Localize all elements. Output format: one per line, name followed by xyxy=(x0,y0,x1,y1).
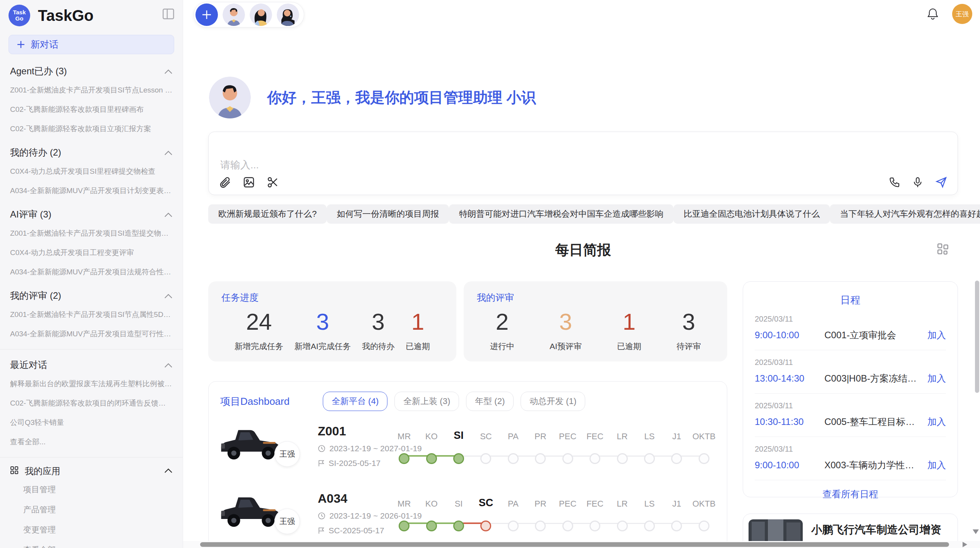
dashboard-title: 项目Dashboard xyxy=(220,395,290,408)
milestone-node[interactable] xyxy=(617,521,628,531)
list-item[interactable]: C02-飞腾新能源轻客改款项目里程碑画布 xyxy=(0,100,183,119)
section-agent-done[interactable]: Agent已办 (3) xyxy=(0,57,183,80)
chevron-up-icon[interactable] xyxy=(164,147,173,158)
suggestion-chip[interactable]: 特朗普可能对进口汽车增税会对中国车企造成哪些影响 xyxy=(449,204,673,224)
filter-tab[interactable]: 全新上装 (3) xyxy=(394,392,459,411)
avatar[interactable] xyxy=(250,3,272,26)
schedule-date: 2025/03/11 xyxy=(755,401,946,410)
attachment-icon[interactable] xyxy=(219,176,231,188)
milestone-node[interactable] xyxy=(589,453,600,464)
milestone-node[interactable] xyxy=(508,453,519,464)
chevron-up-icon[interactable] xyxy=(164,468,173,475)
milestone-node[interactable] xyxy=(699,453,709,464)
join-link[interactable]: 加入 xyxy=(927,329,946,341)
section-my-todo[interactable]: 我的待办 (2) xyxy=(0,139,183,162)
suggestion-chip[interactable]: 欧洲新规最近颁布了什么? xyxy=(208,204,327,224)
milestone-node-done[interactable] xyxy=(426,453,437,464)
milestone-node-done[interactable] xyxy=(453,453,464,464)
list-item[interactable]: C0X4-动力总成开发项目SI里程碑提交物检查 xyxy=(0,162,183,181)
chevron-up-icon[interactable] xyxy=(164,66,173,77)
milestone-node[interactable] xyxy=(699,521,709,531)
sidebar-collapse-icon[interactable] xyxy=(163,9,174,21)
scissors-icon[interactable] xyxy=(267,176,279,188)
image-icon[interactable] xyxy=(243,176,255,188)
milestone-node[interactable] xyxy=(562,453,573,464)
scroll-down-arrow[interactable] xyxy=(973,529,979,534)
list-item[interactable]: A034-全新新能源MUV产品开发项目计划变更表编写 xyxy=(0,181,183,200)
chevron-up-icon[interactable] xyxy=(164,209,173,220)
new-chat-button[interactable]: 新对话 xyxy=(9,35,174,54)
list-item[interactable]: 公司Q3轻卡销量 xyxy=(0,413,183,432)
project-row[interactable]: 王强 A034 2023-12-19 ~ 2026-01-19 SC-2025-… xyxy=(209,488,727,548)
task-progress-card: 任务进度 24 新增完成任务 3 新增AI完成任务 3 我的待办 1 已逾期 xyxy=(208,281,456,361)
list-item[interactable]: C02-飞腾新能源轻客改款项目立项汇报方案 xyxy=(0,119,183,139)
filter-tab[interactable]: 动总开发 (1) xyxy=(521,392,585,411)
milestone-node-risk[interactable] xyxy=(480,521,491,531)
milestone-node[interactable] xyxy=(617,453,628,464)
filter-tab[interactable]: 全新平台 (4) xyxy=(323,392,387,411)
suggestion-chip[interactable]: 比亚迪全固态电池计划具体说了什么 xyxy=(673,204,830,224)
milestone-node-done[interactable] xyxy=(426,521,437,531)
section-my-review[interactable]: 我的评审 (2) xyxy=(0,282,183,305)
milestone-node-done[interactable] xyxy=(399,521,409,531)
project-row[interactable]: 王强 Z001 2023-12-19 ~ 2027-01-19 SI-2025-… xyxy=(209,421,727,482)
milestone-node[interactable] xyxy=(644,521,655,531)
chat-composer[interactable]: 请输入... xyxy=(208,132,958,195)
section-title: 我的待办 (2) xyxy=(10,146,61,159)
chevron-up-icon[interactable] xyxy=(164,290,173,301)
app-item-change-mgmt[interactable]: 变更管理 xyxy=(0,520,183,540)
user-avatar[interactable]: 王强 xyxy=(952,4,972,24)
avatar[interactable] xyxy=(223,3,245,26)
milestone-node[interactable] xyxy=(644,453,655,464)
phone-call-icon[interactable] xyxy=(889,176,900,188)
avatar[interactable] xyxy=(277,3,299,26)
logo-text-bottom: Go xyxy=(15,15,24,22)
list-item[interactable]: A034-全新新能源MUV产品开发项目造型可行性评审 xyxy=(0,324,183,344)
list-item[interactable]: Z001-全新燃油轻卡产品开发项目SI造型提交物评审 xyxy=(0,224,183,243)
milestone-node-done[interactable] xyxy=(453,521,464,531)
vertical-scrollbar-thumb[interactable] xyxy=(975,281,979,393)
view-all-schedule-link[interactable]: 查看所有日程 xyxy=(755,488,946,500)
news-title[interactable]: 小鹏飞行汽车制造公司增资 xyxy=(811,522,952,537)
list-item[interactable]: C02-飞腾新能源轻客改款项目的闭环通告反馈情况 xyxy=(0,394,183,413)
list-item[interactable]: 解释最新出台的欧盟报废车法规再生塑料比例被调至15%... xyxy=(0,374,183,394)
milestone-node[interactable] xyxy=(535,453,546,464)
layout-grid-icon[interactable] xyxy=(936,242,949,257)
section-ai-review[interactable]: AI评审 (3) xyxy=(0,200,183,224)
milestone-node[interactable] xyxy=(508,521,519,531)
milestone-node[interactable] xyxy=(480,453,491,464)
horizontal-scrollbar-thumb[interactable] xyxy=(200,542,949,547)
chevron-up-icon[interactable] xyxy=(164,360,173,370)
milestone-node[interactable] xyxy=(535,521,546,531)
list-item[interactable]: A034-全新新能源MUV产品开发项目法规符合性评审 xyxy=(0,262,183,282)
milestone-label: SI xyxy=(455,499,463,509)
milestone-node[interactable] xyxy=(671,521,682,531)
join-link[interactable]: 加入 xyxy=(927,416,946,428)
send-icon[interactable] xyxy=(935,176,947,188)
divider xyxy=(0,457,183,457)
add-assistant-button[interactable] xyxy=(195,3,218,26)
view-all-recent[interactable]: 查看全部... xyxy=(0,432,183,452)
milestone-label: PEC xyxy=(559,432,576,442)
microphone-icon[interactable] xyxy=(912,176,923,188)
suggestion-chip[interactable]: 当下年轻人对汽车外观有怎样的喜好趋势 xyxy=(830,204,980,224)
app-item-product-mgmt[interactable]: 产品管理 xyxy=(0,500,183,520)
notification-bell-icon[interactable] xyxy=(927,7,939,21)
milestone-node[interactable] xyxy=(671,453,682,464)
milestone-node[interactable] xyxy=(562,521,573,531)
join-link[interactable]: 加入 xyxy=(927,372,946,385)
suggestion-chip[interactable]: 如何写一份清晰的项目周报 xyxy=(327,204,449,224)
milestone-node[interactable] xyxy=(589,521,600,531)
horizontal-scrollbar xyxy=(183,541,980,548)
list-item[interactable]: C0X4-动力总成开发项目工程变更评审 xyxy=(0,243,183,262)
section-recent-chats[interactable]: 最近对话 xyxy=(0,351,183,374)
join-link[interactable]: 加入 xyxy=(927,459,946,471)
scroll-right-arrow[interactable] xyxy=(963,542,967,547)
milestone-node-done[interactable] xyxy=(399,453,409,464)
list-item[interactable]: Z001-全新燃油皮卡产品开发项目SI节点Lesson Learn报告 xyxy=(0,80,183,100)
view-all-apps[interactable]: 查看全部... xyxy=(0,540,183,548)
list-item[interactable]: Z001-全新燃油轻卡产品开发项目SI节点属性5D文件评审 xyxy=(0,305,183,324)
section-my-apps[interactable]: 我的应用 xyxy=(0,459,183,480)
app-item-project-mgmt[interactable]: 项目管理 xyxy=(0,480,183,500)
filter-tab[interactable]: 年型 (2) xyxy=(466,392,514,411)
